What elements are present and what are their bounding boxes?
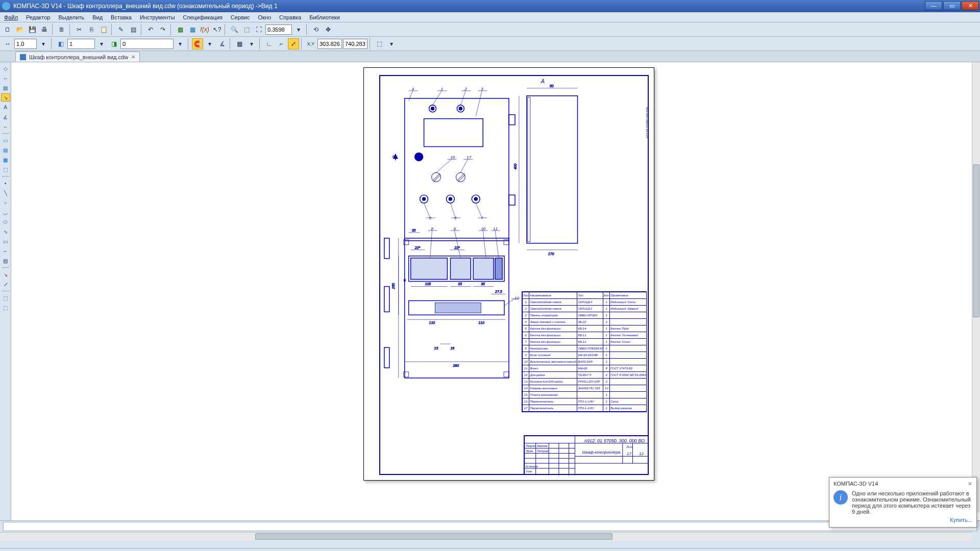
new-doc-button[interactable]: 🗋 [2, 24, 13, 35]
svg-text:260: 260 [391, 283, 395, 290]
sb-rect-icon[interactable]: ▭ [1, 237, 10, 245]
scroll-thumb-h[interactable] [255, 533, 612, 540]
grid-dd[interactable]: ▾ [246, 38, 257, 49]
menu-spec[interactable]: Спецификация [179, 14, 227, 20]
lib2-button[interactable]: ▦ [187, 24, 198, 35]
menu-view[interactable]: Вид [88, 14, 107, 20]
maximize-button[interactable]: ▭ [943, 1, 961, 10]
preview-button[interactable]: 🗎 [56, 24, 67, 35]
zoom-in-button[interactable]: 🔍 [229, 24, 240, 35]
paste-button[interactable]: 📋 [98, 24, 109, 35]
current-view-field[interactable] [67, 39, 95, 49]
view-dd[interactable]: ▾ [96, 38, 107, 49]
copy-button[interactable]: ⎘ [86, 24, 97, 35]
sb-select-icon[interactable]: ▭ [1, 136, 10, 144]
sb-geometry-icon[interactable]: ◇ [1, 64, 10, 72]
vertical-scrollbar[interactable] [972, 62, 980, 512]
svg-rect-68 [384, 238, 389, 259]
step-field[interactable] [14, 39, 37, 49]
svg-text:9: 9 [404, 279, 406, 282]
params-button[interactable]: ∡ [216, 38, 228, 49]
close-button[interactable]: ✕ [962, 1, 979, 10]
pan-button[interactable]: ✥ [323, 24, 334, 35]
view-states-button[interactable]: ◧ [55, 38, 66, 49]
sb-circle-icon[interactable]: ○ [1, 198, 10, 207]
menu-libs[interactable]: Библиотеки [305, 14, 344, 20]
variables-button[interactable]: f(x) [199, 24, 210, 35]
sb-arc-icon[interactable]: ◡ [1, 208, 10, 216]
menu-editor[interactable]: Редактор [22, 14, 54, 20]
save-button[interactable]: 💾 [27, 24, 38, 35]
lib-mgr-button[interactable]: ▦ [175, 24, 186, 35]
sb-edit-icon[interactable]: ↘ [1, 93, 10, 102]
svg-line-12 [458, 174, 465, 182]
sb-dim-icon[interactable]: ↔ [1, 74, 10, 82]
sb-polyline-icon[interactable]: ⌐ [1, 247, 10, 255]
zoom-window-button[interactable]: ⬚ [241, 24, 252, 35]
step-button[interactable]: ↔ [2, 38, 13, 49]
coord-x-field[interactable] [317, 39, 342, 49]
sb-spline-icon[interactable]: ∿ [1, 228, 10, 236]
drawing-canvas[interactable]: АТУ 81 57050 300 000 [11, 62, 980, 520]
end-button[interactable]: ⬚ [374, 38, 385, 49]
sb-params-icon[interactable]: ∡ [1, 113, 10, 121]
balloon-close-icon[interactable]: ✕ [968, 481, 972, 487]
layer-states-button[interactable]: ◨ [108, 38, 119, 49]
redo-button[interactable]: ↷ [157, 24, 168, 35]
sb-aux2-icon[interactable]: ⤢ [1, 280, 10, 288]
undo-button[interactable]: ↶ [145, 24, 156, 35]
menu-tools[interactable]: Инструменты [136, 14, 179, 20]
menu-insert[interactable]: Вставка [107, 14, 136, 20]
snap-toggle[interactable]: 🧲 [192, 38, 203, 49]
sb-assoc-icon[interactable]: ⬚ [1, 304, 10, 312]
more-button[interactable]: ▾ [386, 38, 397, 49]
ortho-button[interactable]: ∟ [263, 38, 275, 49]
step-dd[interactable]: ▾ [38, 38, 49, 49]
compact-panel: ◇ ↔ ▤ ↘ A ∡ ↔ ▭ ▤ ▦ ⬚ • ╲ ○ ◡ ⬭ ∿ ▭ ⌐ ▨ … [0, 62, 11, 520]
menu-window[interactable]: Окно [254, 14, 275, 20]
balloon-buy-link[interactable]: Купить... [834, 517, 972, 523]
horizontal-scrollbar[interactable] [0, 532, 972, 540]
minimize-button[interactable]: — [925, 1, 942, 10]
menu-select[interactable]: Выделить [54, 14, 88, 20]
zoom-dropdown[interactable]: ▾ [293, 24, 304, 35]
current-layer-field[interactable] [120, 39, 174, 49]
sb-measure-icon[interactable]: ↔ [1, 122, 10, 131]
layer-dd[interactable]: ▾ [175, 38, 186, 49]
xy-button[interactable]: X,Y [305, 38, 316, 49]
snap-dd[interactable]: ▾ [204, 38, 215, 49]
document-tab-active[interactable]: Шкаф контроллера_внешний вид.cdw ✕ [15, 52, 140, 62]
close-tab-icon[interactable]: ✕ [131, 54, 135, 60]
svg-rect-20 [509, 195, 515, 205]
sb-point-icon[interactable]: • [1, 179, 10, 187]
menu-service[interactable]: Сервис [227, 14, 254, 20]
refresh-button[interactable]: ⟲ [310, 24, 322, 35]
tree-button[interactable]: ▤ [128, 24, 139, 35]
sb-text-icon[interactable]: A [1, 103, 10, 111]
sb-aux1-icon[interactable]: ↘ [1, 270, 10, 279]
sb-symbols-icon[interactable]: ▤ [1, 84, 10, 92]
svg-line-35 [436, 159, 451, 172]
cut-button[interactable]: ✂ [74, 24, 85, 35]
scroll-thumb-v[interactable] [973, 164, 979, 317]
round-button[interactable]: ⌐ [276, 38, 287, 49]
sb-views-icon[interactable]: ⬚ [1, 294, 10, 302]
properties-button[interactable]: ✎ [115, 24, 127, 35]
help-cursor-button[interactable]: ↖? [211, 24, 223, 35]
local-cs-button[interactable]: ⤢ [288, 38, 299, 49]
zoom-field[interactable] [265, 24, 292, 35]
sb-line-icon[interactable]: ╲ [1, 189, 10, 197]
sb-reports-icon[interactable]: ▦ [1, 156, 10, 164]
svg-point-5 [459, 107, 462, 110]
coord-y-field[interactable] [343, 39, 368, 49]
open-button[interactable]: 📂 [14, 24, 26, 35]
sb-ellipse-icon[interactable]: ⬭ [1, 218, 10, 226]
zoom-fit-button[interactable]: ⛶ [253, 24, 264, 35]
sb-insert-icon[interactable]: ⬚ [1, 165, 10, 173]
menu-help[interactable]: Справка [275, 14, 305, 20]
print-button[interactable]: 🖶 [39, 24, 50, 35]
sb-spec-icon[interactable]: ▤ [1, 146, 10, 154]
sb-hatch-icon[interactable]: ▨ [1, 257, 10, 265]
grid-button[interactable]: ▦ [234, 38, 245, 49]
menu-file[interactable]: Файл [0, 14, 22, 20]
